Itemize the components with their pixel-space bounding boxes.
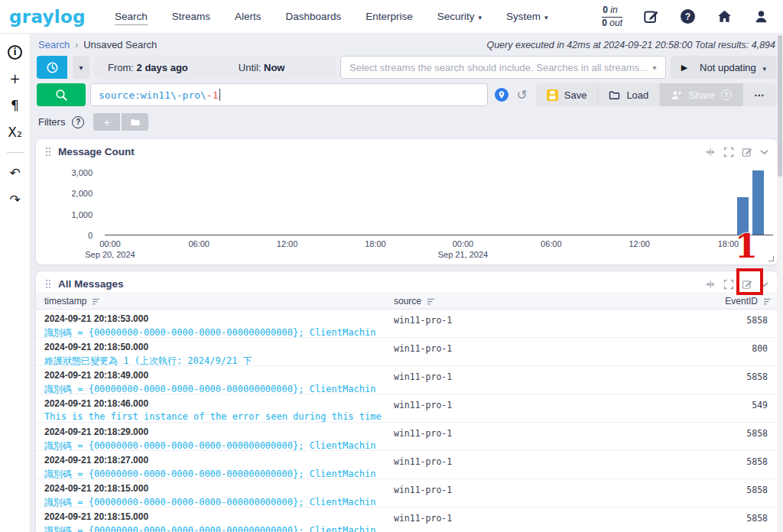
x-axis-label: 00:00Sep 20, 2024 (85, 239, 135, 259)
compose-edit-icon[interactable] (643, 8, 659, 24)
table-row[interactable]: 2024-09-21 20:18:29.000識別碼 = {00000000-0… (36, 423, 778, 451)
sort-icon[interactable] (92, 298, 100, 305)
x-axis-label: 06:00 (188, 239, 210, 248)
breadcrumb-current: Unsaved Search (83, 39, 157, 50)
x-axis-label: 12:00 (277, 239, 298, 248)
throughput-indicator[interactable]: 0 in 0 out (602, 5, 622, 28)
stream-select-input[interactable] (349, 62, 647, 73)
column-header-eventid[interactable]: EventID (725, 296, 772, 307)
breadcrumb-separator: › (75, 40, 78, 50)
nav-item-system[interactable]: System▾ (506, 11, 548, 22)
messages-table-header: timestamp source EventID (36, 293, 778, 310)
drag-handle-icon[interactable] (45, 147, 51, 157)
query-input[interactable]: source:win11\-pro\-1 (90, 83, 488, 106)
table-row[interactable]: 2024-09-21 20:18:15.000識別碼 = {00000000-0… (36, 479, 778, 508)
fullscreen-icon[interactable] (723, 147, 734, 157)
filter-folder-button[interactable] (122, 113, 148, 131)
column-header-timestamp[interactable]: timestamp (44, 296, 100, 307)
y-axis: 01,0002,0003,000 (36, 168, 99, 235)
chevron-down-icon[interactable] (760, 149, 768, 155)
message-eventid: 5858 (746, 456, 768, 467)
search-icon (55, 89, 68, 102)
filters-help-icon[interactable]: ? (72, 116, 84, 128)
pilcrow-icon[interactable]: ¶ (5, 98, 25, 113)
search-button[interactable] (37, 83, 86, 106)
message-eventid: 549 (752, 400, 768, 410)
until-label: Until: (239, 62, 262, 73)
home-icon[interactable] (716, 8, 733, 24)
query-validation-icon[interactable] (495, 88, 508, 102)
table-row[interactable]: 2024-09-21 20:18:53.000識別碼 = {00000000-0… (36, 310, 778, 338)
message-source: win11-pro-1 (394, 400, 452, 410)
select-caret-icon[interactable]: ▾ (653, 63, 657, 72)
message-timestamp: 2024-09-21 20:18:15.000 (44, 483, 686, 494)
user-menu-icon[interactable] (753, 8, 769, 24)
breadcrumb-search-link[interactable]: Search (38, 39, 70, 50)
fit-columns-icon[interactable] (705, 147, 716, 157)
share-button[interactable]: Share ? (659, 83, 742, 106)
subscript-icon[interactable]: X₂ (5, 125, 25, 140)
nav-item-search[interactable]: Search (115, 11, 148, 22)
x-axis-label: 00:00Sep 21, 2024 (438, 239, 488, 259)
refresh-rate-button[interactable]: Not updating ▾ (700, 62, 766, 73)
add-filter-button[interactable]: + (93, 113, 120, 131)
table-row[interactable]: 2024-09-21 20:18:15.000識別碼 = {00000000-0… (36, 508, 778, 532)
y-axis-label: 1,000 (71, 210, 93, 219)
y-axis-label: 2,000 (71, 189, 93, 198)
sort-icon[interactable] (763, 298, 772, 305)
message-eventid: 5858 (746, 485, 768, 495)
graylog-logo[interactable]: graylog (9, 7, 86, 27)
undo-icon[interactable]: ↶ (5, 165, 25, 180)
top-navbar: graylog Search Streams Alerts Dashboards… (0, 0, 783, 34)
x-axis-label: 06:00 (541, 239, 562, 248)
time-range-button[interactable] (37, 56, 67, 79)
page-scrollbar[interactable] (777, 34, 783, 532)
play-icon[interactable]: ▶ (681, 63, 687, 73)
message-timestamp: 2024-09-21 20:18:49.000 (44, 370, 686, 381)
time-range-summary[interactable]: From: 2 days ago Until: Now (94, 56, 336, 79)
edit-widget-icon[interactable] (742, 147, 752, 157)
sort-icon[interactable] (427, 298, 435, 305)
breadcrumb: Search › Unsaved Search (38, 39, 157, 50)
scrollbar-thumb[interactable] (778, 35, 782, 177)
nav-item-streams[interactable]: Streams (172, 11, 210, 22)
fit-columns-icon[interactable] (705, 279, 716, 290)
add-icon[interactable]: + (5, 71, 25, 86)
load-button[interactable]: Load (597, 83, 659, 106)
message-source: win11-pro-1 (394, 343, 452, 354)
x-axis-label: 12:00 (629, 239, 650, 248)
clock-icon (46, 61, 59, 74)
redo-icon[interactable]: ↷ (5, 192, 25, 207)
nav-item-alerts[interactable]: Alerts (235, 11, 262, 22)
table-row[interactable]: 2024-09-21 20:18:46.000This is the first… (36, 394, 778, 423)
message-timestamp: 2024-09-21 20:18:27.000 (44, 455, 686, 466)
from-value: 2 days ago (137, 62, 188, 73)
column-header-source[interactable]: source (394, 296, 435, 307)
share-user-icon (671, 89, 682, 101)
widget-resize-handle[interactable] (768, 256, 774, 261)
save-button[interactable]: Save (536, 83, 598, 106)
message-eventid: 5858 (746, 513, 768, 524)
time-range-dropdown-caret[interactable]: ▾ (73, 56, 89, 79)
message-text: This is the first instance of the error … (44, 411, 385, 422)
messages-table-body: 2024-09-21 20:18:53.000識別碼 = {00000000-0… (36, 310, 778, 532)
table-row[interactable]: 2024-09-21 20:18:50.000維護狀態已變更為 1 (上次執行:… (36, 338, 778, 366)
fullscreen-icon[interactable] (723, 279, 734, 290)
message-timestamp: 2024-09-21 20:18:53.000 (44, 313, 686, 324)
nav-item-enterprise[interactable]: Enterprise (366, 11, 413, 22)
table-row[interactable]: 2024-09-21 20:18:27.000識別碼 = {00000000-0… (36, 451, 778, 479)
message-timestamp: 2024-09-21 20:18:50.000 (44, 342, 686, 352)
stream-select[interactable]: ▾ (340, 56, 666, 79)
message-text: 識別碼 = {00000000-0000-0000-0000-000000000… (44, 524, 385, 532)
query-history-icon[interactable]: ↺ (516, 87, 527, 102)
drag-handle-icon[interactable] (45, 279, 51, 289)
nav-item-security[interactable]: Security▾ (437, 11, 482, 22)
query-text-error: -1 (206, 89, 219, 101)
table-row[interactable]: 2024-09-21 20:18:49.000識別碼 = {00000000-0… (36, 366, 778, 394)
help-icon[interactable]: ? (680, 8, 696, 24)
more-actions-button[interactable]: ⋯ (742, 83, 777, 106)
message-source: win11-pro-1 (394, 513, 452, 524)
info-icon[interactable]: i (5, 43, 25, 60)
widget-title: All Messages (58, 278, 124, 290)
nav-item-dashboards[interactable]: Dashboards (285, 11, 341, 22)
